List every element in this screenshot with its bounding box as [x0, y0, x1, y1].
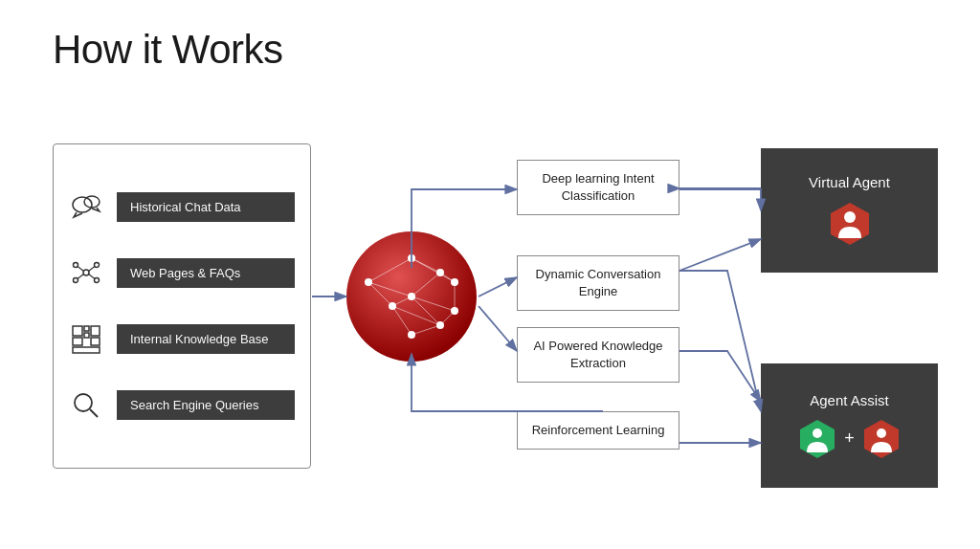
svg-rect-16 — [91, 338, 100, 345]
svg-point-38 — [389, 302, 396, 310]
svg-line-10 — [89, 274, 96, 279]
knowledge-base-label: Internal Knowledge Base — [117, 324, 295, 354]
deep-learning-box: Deep learning Intent Classification — [517, 160, 679, 215]
network-icon — [69, 257, 103, 288]
historical-chat-label: Historical Chat Data — [117, 192, 295, 222]
search-icon — [69, 391, 103, 420]
svg-marker-45 — [831, 203, 869, 245]
svg-point-37 — [408, 254, 415, 262]
knowledge-extraction-box: AI Powered Knowledge Extraction — [517, 327, 679, 383]
svg-rect-13 — [91, 326, 100, 336]
svg-point-36 — [365, 278, 372, 286]
svg-point-46 — [844, 211, 856, 223]
svg-rect-14 — [73, 338, 82, 345]
list-item: Search Engine Queries — [69, 390, 295, 420]
svg-point-44 — [408, 331, 415, 339]
list-item: Internal Knowledge Base — [69, 324, 295, 355]
svg-rect-15 — [84, 333, 89, 338]
list-item: Web Pages & FAQs — [69, 257, 295, 288]
svg-point-42 — [451, 307, 458, 315]
agent-assist-icons: + — [796, 418, 902, 460]
svg-point-2 — [83, 270, 89, 275]
svg-point-3 — [74, 263, 78, 268]
reinforcement-learning-box: Reinforcement Learning — [517, 411, 679, 450]
left-panel: Historical Chat Data Web Pages & FAQs — [53, 143, 311, 469]
svg-point-48 — [813, 428, 822, 438]
svg-point-41 — [451, 278, 458, 286]
svg-rect-12 — [84, 326, 89, 331]
svg-point-39 — [408, 293, 415, 300]
list-item: Historical Chat Data — [69, 192, 295, 222]
svg-line-54 — [479, 277, 517, 296]
svg-point-50 — [877, 428, 886, 438]
svg-line-19 — [90, 409, 98, 417]
svg-point-40 — [436, 269, 444, 276]
page-title: How it Works — [53, 27, 283, 73]
svg-point-4 — [95, 263, 100, 268]
svg-line-55 — [479, 306, 517, 351]
search-queries-label: Search Engine Queries — [117, 390, 295, 420]
svg-point-18 — [75, 394, 92, 411]
grid-icon — [69, 324, 103, 355]
svg-rect-11 — [73, 326, 82, 336]
virtual-agent-panel: Virtual Agent — [761, 148, 938, 273]
agent-assist-panel: Agent Assist + — [761, 363, 938, 488]
agent-assist-red-hex — [860, 418, 902, 460]
svg-line-56 — [679, 239, 761, 271]
neural-network-circle — [345, 230, 479, 363]
svg-point-0 — [73, 197, 92, 212]
svg-line-8 — [89, 267, 96, 272]
agent-assist-green-hex — [796, 418, 838, 460]
svg-point-6 — [95, 278, 100, 283]
svg-point-5 — [74, 278, 78, 283]
dynamic-conversation-box: Dynamic Conversation Engine — [517, 255, 679, 311]
virtual-agent-hex-icon — [826, 200, 874, 248]
agent-assist-label: Agent Assist — [810, 392, 889, 408]
svg-rect-17 — [73, 347, 100, 353]
chat-icon — [69, 192, 103, 221]
web-pages-label: Web Pages & FAQs — [117, 258, 295, 288]
virtual-agent-label: Virtual Agent — [809, 174, 890, 190]
plus-sign: + — [844, 428, 855, 449]
svg-point-43 — [436, 321, 444, 329]
svg-line-7 — [78, 267, 84, 272]
svg-line-9 — [78, 274, 84, 279]
